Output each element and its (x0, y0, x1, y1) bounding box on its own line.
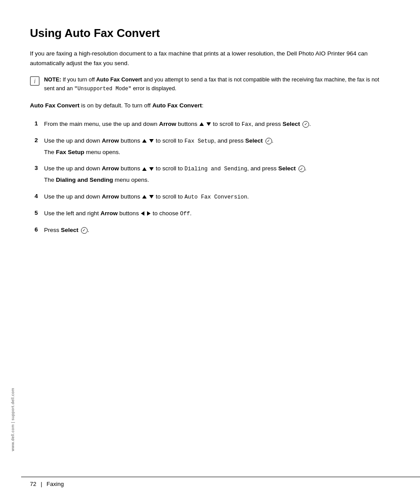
note-label: NOTE: (44, 77, 61, 83)
footer-bar: 72 | Faxing (21, 477, 420, 491)
step-6-number: 6 (30, 226, 38, 233)
arrow-up-icon (142, 167, 147, 171)
side-margin: www.dell.com | support.dell.com (0, 0, 21, 504)
footer-left: 72 | Faxing (30, 481, 64, 487)
note-icon: i (30, 76, 40, 86)
page-container: www.dell.com | support.dell.com Using Au… (0, 0, 420, 504)
arrow-right-icon (147, 211, 151, 216)
step-3-content: Use the up and down Arrow buttons to scr… (44, 164, 385, 185)
footer-page-num: 72 (30, 481, 36, 487)
step-1-number: 1 (30, 120, 38, 127)
step-2-content: Use the up and down Arrow buttons to scr… (44, 136, 385, 157)
arrow-up-icon (142, 139, 147, 143)
arrow-down-icon (149, 167, 154, 171)
step-2: 2 Use the up and down Arrow buttons to s… (30, 136, 385, 157)
note-box: i NOTE: If you turn off Auto Fax Convert… (30, 76, 385, 93)
step-5-content: Use the left and right Arrow buttons to … (44, 209, 385, 218)
select-circle-icon (265, 138, 272, 144)
step-3: 3 Use the up and down Arrow buttons to s… (30, 164, 385, 185)
select-circle-icon (302, 121, 309, 128)
step-4-number: 4 (30, 193, 38, 199)
step-3-number: 3 (30, 165, 38, 171)
intro-paragraph: If you are faxing a high-resolution docu… (30, 49, 385, 68)
page-title: Using Auto Fax Convert (30, 26, 385, 40)
select-circle-icon (81, 227, 88, 234)
step-6-content: Press Select . (44, 225, 385, 235)
step-4: 4 Use the up and down Arrow buttons to s… (30, 192, 385, 202)
arrow-up-icon (142, 195, 147, 199)
note-text: NOTE: If you turn off Auto Fax Convert a… (44, 76, 385, 93)
step-6: 6 Press Select . (30, 225, 385, 235)
step-1: 1 From the main menu, use the up and dow… (30, 119, 385, 129)
step-5: 5 Use the left and right Arrow buttons t… (30, 209, 385, 218)
step-2-number: 2 (30, 137, 38, 143)
select-circle-icon (298, 166, 305, 172)
step-3-subline: The Dialing and Sending menu opens. (44, 175, 385, 185)
step-2-subline: The Fax Setup menu opens. (44, 147, 385, 157)
side-text: www.dell.com | support.dell.com (11, 388, 15, 451)
step-5-number: 5 (30, 210, 38, 216)
arrow-down-icon (149, 139, 154, 143)
footer-section: Faxing (47, 481, 64, 487)
arrow-up-icon (199, 122, 204, 126)
step-1-content: From the main menu, use the up and down … (44, 119, 385, 129)
arrow-left-icon (141, 211, 144, 216)
arrow-down-icon (149, 195, 154, 199)
main-content: Using Auto Fax Convert If you are faxing… (21, 0, 420, 504)
footer-separator: | (41, 481, 42, 487)
steps-list: 1 From the main menu, use the up and dow… (30, 119, 385, 235)
step-4-content: Use the up and down Arrow buttons to scr… (44, 192, 385, 202)
arrow-down-icon (206, 122, 211, 126)
svg-text:i: i (34, 78, 36, 85)
default-line: Auto Fax Convert is on by default. To tu… (30, 101, 385, 110)
